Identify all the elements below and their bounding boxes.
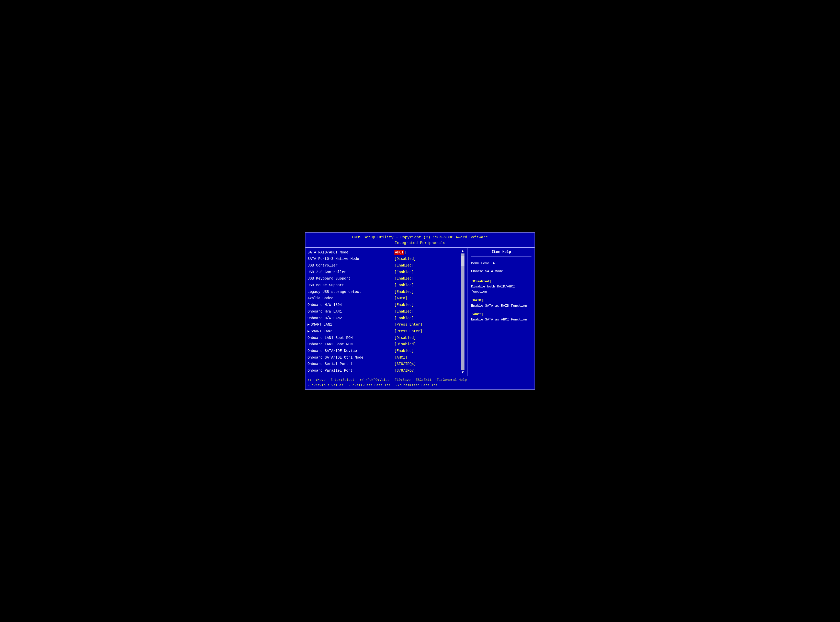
footer-failsafe: F6:Fail-Safe Defaults xyxy=(348,383,390,388)
settings-row-18[interactable]: Onboard Parallel Port[378/IRQ7] xyxy=(307,367,466,374)
setting-name-16: Onboard SATA/IDE Ctrl Mode xyxy=(307,355,394,361)
setting-value-11: [Press Enter] xyxy=(394,322,422,328)
settings-row-3[interactable]: USB 2.0 Controller[Enabled] xyxy=(307,269,466,276)
scroll-down-arrow[interactable]: ▼ xyxy=(462,370,464,374)
settings-row-8[interactable]: Onboard H/W 1394[Enabled] xyxy=(307,302,466,308)
setting-name-13: Onboard LAN1 Boot ROM xyxy=(307,335,394,341)
setting-value-10: [Enabled] xyxy=(394,316,414,321)
help-options-list: [Disabled]Disable both RAID/AHCI functio… xyxy=(471,279,531,322)
footer-move: ↑↓→←:Move xyxy=(307,378,326,383)
bios-screen: CMOS Setup Utility - Copyright (C) 1984-… xyxy=(305,232,535,390)
settings-row-9[interactable]: Onboard H/W LAN1[Enabled] xyxy=(307,308,466,315)
setting-value-5: [Enabled] xyxy=(394,283,414,288)
title-line1: CMOS Setup Utility - Copyright (C) 1984-… xyxy=(306,235,534,241)
footer: ↑↓→←:Move Enter:Select +/-/PU/PD:Value F… xyxy=(306,376,534,390)
help-option-text-0: Disable both RAID/AHCI function xyxy=(471,284,531,294)
help-option-label-0: [Disabled] xyxy=(471,279,531,284)
help-option-0: [Disabled]Disable both RAID/AHCI functio… xyxy=(471,279,531,294)
scroll-track xyxy=(461,253,464,370)
settings-row-14[interactable]: Onboard LAN2 Boot ROM[Disabled] xyxy=(307,341,466,348)
footer-optimized: F7:Optimized Defaults xyxy=(396,383,437,388)
setting-value-9: [Enabled] xyxy=(394,309,414,315)
setting-name-1: SATA Port0-3 Native Mode xyxy=(307,256,394,262)
help-option-text-1: Enable SATA as RAID Function xyxy=(471,303,531,308)
setting-name-10: Onboard H/W LAN2 xyxy=(307,316,394,321)
setting-value-6: [Enabled] xyxy=(394,289,414,295)
setting-name-11: ▶SMART LAN1 xyxy=(307,322,394,328)
setting-name-14: Onboard LAN2 Boot ROM xyxy=(307,342,394,347)
settings-row-5[interactable]: USB Mouse Support[Enabled] xyxy=(307,282,466,289)
setting-name-4: USB Keyboard Support xyxy=(307,276,394,282)
settings-row-16[interactable]: Onboard SATA/IDE Ctrl Mode[AHCI] xyxy=(307,354,466,361)
setting-value-4: [Enabled] xyxy=(394,276,414,282)
footer-exit: ESC:Exit xyxy=(415,378,432,383)
setting-name-2: USB Controller xyxy=(307,263,394,268)
help-choose-sata: Choose SATA mode xyxy=(471,269,531,274)
title-bar: CMOS Setup Utility - Copyright (C) 1984-… xyxy=(306,233,534,248)
settings-row-0[interactable]: SATA RAID/AHCI ModeAHCI] xyxy=(307,249,466,256)
help-description: Choose SATA mode [Disabled]Disable both … xyxy=(471,269,531,322)
settings-row-11[interactable]: ▶SMART LAN1[Press Enter] xyxy=(307,322,466,328)
setting-value-18: [378/IRQ7] xyxy=(394,368,416,374)
setting-value-13: [Disabled] xyxy=(394,335,416,341)
settings-list: SATA RAID/AHCI ModeAHCI]SATA Port0-3 Nat… xyxy=(307,249,466,374)
settings-row-2[interactable]: USB Controller[Enabled] xyxy=(307,262,466,269)
footer-row2: F5:Previous Values F6:Fail-Safe Defaults… xyxy=(307,383,533,388)
scroll-up-arrow[interactable]: ▲ xyxy=(462,249,464,253)
setting-value-15: [Enabled] xyxy=(394,348,414,354)
help-option-label-2: [AHCI] xyxy=(471,312,531,317)
setting-value-12: [Press Enter] xyxy=(394,329,422,334)
setting-name-0: SATA RAID/AHCI Mode xyxy=(307,250,394,256)
setting-value-8: [Enabled] xyxy=(394,302,414,308)
settings-row-4[interactable]: USB Keyboard Support[Enabled] xyxy=(307,276,466,282)
help-option-1: [RAID]Enable SATA as RAID Function xyxy=(471,298,531,308)
footer-value: +/-/PU/PD:Value xyxy=(360,378,390,383)
settings-row-6[interactable]: Legacy USB storage detect[Enabled] xyxy=(307,289,466,296)
footer-prev: F5:Previous Values xyxy=(307,383,343,388)
menu-level-label: Menu Level xyxy=(471,261,491,265)
setting-name-5: USB Mouse Support xyxy=(307,283,394,288)
setting-value-17: [3F8/IRQ4] xyxy=(394,361,416,367)
menu-level-arrow: ► xyxy=(493,261,495,265)
setting-name-3: USB 2.0 Controller xyxy=(307,270,394,275)
setting-value-16: [AHCI] xyxy=(394,355,407,361)
menu-level-row: Menu Level ► xyxy=(471,261,531,265)
footer-select: Enter:Select xyxy=(330,378,355,383)
setting-value-2: [Enabled] xyxy=(394,263,414,268)
setting-value-3: [Enabled] xyxy=(394,270,414,275)
right-panel: Item Help Menu Level ► Choose SATA mode … xyxy=(468,248,534,376)
setting-value-0: AHCI xyxy=(394,250,404,256)
settings-row-7[interactable]: Azalia Codec[Auto] xyxy=(307,295,466,302)
scroll-thumb xyxy=(461,256,464,266)
setting-name-6: Legacy USB storage detect xyxy=(307,289,394,295)
setting-name-15: Onboard SATA/IDE Device xyxy=(307,348,394,354)
scrollbar[interactable]: ▲ ▼ xyxy=(460,249,465,374)
setting-name-17: Onboard Serial Port 1 xyxy=(307,361,394,367)
setting-value-1: [Disabled] xyxy=(394,256,416,262)
help-divider xyxy=(471,256,531,257)
footer-row1: ↑↓→←:Move Enter:Select +/-/PU/PD:Value F… xyxy=(307,378,533,383)
settings-row-1[interactable]: SATA Port0-3 Native Mode[Disabled] xyxy=(307,256,466,262)
setting-name-9: Onboard H/W LAN1 xyxy=(307,309,394,315)
footer-save: F10:Save xyxy=(395,378,411,383)
title-line2: Integrated Peripherals xyxy=(306,241,534,246)
help-option-label-1: [RAID] xyxy=(471,298,531,303)
setting-value-14: [Disabled] xyxy=(394,342,416,347)
left-panel: SATA RAID/AHCI ModeAHCI]SATA Port0-3 Nat… xyxy=(306,248,468,376)
setting-name-7: Azalia Codec xyxy=(307,296,394,301)
setting-name-18: Onboard Parallel Port xyxy=(307,368,394,374)
setting-name-8: Onboard H/W 1394 xyxy=(307,302,394,308)
settings-row-17[interactable]: Onboard Serial Port 1[3F8/IRQ4] xyxy=(307,361,466,367)
settings-row-12[interactable]: ▶SMART LAN2[Press Enter] xyxy=(307,328,466,335)
settings-row-10[interactable]: Onboard H/W LAN2[Enabled] xyxy=(307,315,466,322)
help-option-2: [AHCI]Enable SATA as AHCI Function xyxy=(471,312,531,322)
item-help-title: Item Help xyxy=(471,250,531,254)
main-area: SATA RAID/AHCI ModeAHCI]SATA Port0-3 Nat… xyxy=(306,248,534,376)
help-option-text-2: Enable SATA as AHCI Function xyxy=(471,317,531,322)
settings-row-13[interactable]: Onboard LAN1 Boot ROM[Disabled] xyxy=(307,335,466,341)
setting-value-7: [Auto] xyxy=(394,296,407,301)
setting-name-12: ▶SMART LAN2 xyxy=(307,329,394,334)
footer-help: F1:General Help xyxy=(437,378,467,383)
settings-row-15[interactable]: Onboard SATA/IDE Device[Enabled] xyxy=(307,348,466,354)
